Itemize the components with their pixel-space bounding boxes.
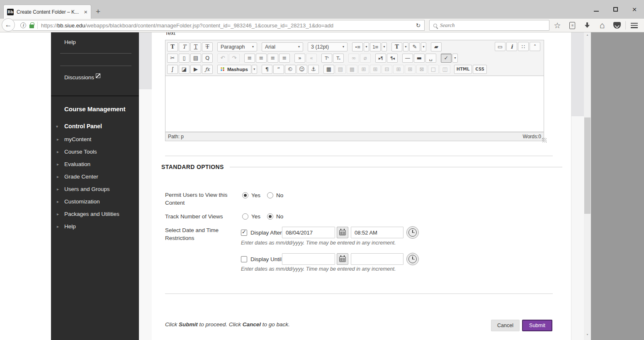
find-button[interactable]: Q	[202, 54, 213, 63]
font-size-select[interactable]: 3 (12pt)▾	[308, 42, 348, 51]
minimize-button[interactable]	[587, 0, 606, 19]
sidebar-item-users-and-groups[interactable]: ▸ Users and Groups	[51, 183, 139, 195]
nonbreaking-space-button[interactable]: ␣	[425, 54, 436, 63]
spellcheck-menu-button[interactable]: ▾	[452, 54, 458, 63]
css-source-button[interactable]: CSS	[473, 65, 486, 74]
anchor-button[interactable]: ⚓	[308, 65, 319, 74]
insert-link-button[interactable]: ∞	[348, 54, 359, 63]
editor-content-area[interactable]	[165, 76, 544, 132]
insert-video-button[interactable]: ▶	[190, 65, 201, 74]
sidebar-item-evaluation[interactable]: ▸ Evaluation	[51, 158, 139, 170]
browser-tab[interactable]: Bb Create Content Folder – K... ×	[3, 5, 91, 19]
outdent-button[interactable]: «	[306, 54, 317, 63]
cut-button[interactable]: ✂	[167, 54, 178, 63]
horizontal-rule-button[interactable]: —	[402, 54, 413, 63]
delete-column-button[interactable]: ⊠	[416, 65, 427, 74]
display-after-clock-button[interactable]	[406, 226, 419, 239]
mashups-menu-button[interactable]: ▾	[252, 65, 257, 74]
math-editor-button[interactable]: ƒx	[202, 65, 213, 74]
sidebar-item-help-top[interactable]: Help	[64, 39, 76, 45]
reload-button[interactable]: ↻	[412, 20, 425, 31]
numbered-list-menu-button[interactable]: ▾	[382, 42, 387, 51]
page-scrollbar[interactable]: ˄ ˅	[584, 32, 591, 340]
sidebar-item-mycontent[interactable]: ▸ myContent	[51, 133, 139, 145]
underline-button[interactable]: T	[190, 42, 201, 51]
fullscreen-button[interactable]: ∷	[518, 42, 529, 51]
emoticon-button[interactable]: ☺	[296, 65, 307, 74]
paragraph-mark-button[interactable]: ¶	[262, 65, 272, 74]
tab-close-icon[interactable]: ×	[84, 8, 87, 15]
display-after-date-input[interactable]	[282, 227, 335, 238]
attach-file-button[interactable]: ∫	[167, 65, 178, 74]
undo-button[interactable]: ↶	[217, 54, 228, 63]
display-until-calendar-button[interactable]	[337, 253, 348, 265]
paragraph-format-select[interactable]: Paragraph▾	[217, 42, 257, 51]
align-right-button[interactable]: ≡	[267, 54, 278, 63]
url-text[interactable]: https://bb.siue.edu/webapps/blackboard/c…	[41, 22, 333, 29]
permit-yes-radio[interactable]	[242, 192, 248, 198]
insert-column-left-button[interactable]: ⊞	[393, 65, 404, 74]
copyright-button[interactable]: ©	[285, 65, 296, 74]
https-lock-icon[interactable]	[29, 24, 34, 28]
superscript-button[interactable]: Tˣ	[321, 54, 332, 63]
mashups-button[interactable]: Mashups	[217, 65, 251, 74]
numbered-list-button[interactable]: 1≡	[370, 42, 381, 51]
home-icon[interactable]: ⌂	[595, 19, 610, 32]
search-input[interactable]: Search	[429, 20, 549, 31]
insert-table-button[interactable]: ▦	[323, 65, 334, 74]
sidebar-item-packages-and-utilities[interactable]: ▸ Packages and Utilities	[51, 208, 139, 220]
strikethrough-button[interactable]: T	[202, 42, 213, 51]
display-until-checkbox[interactable]	[241, 256, 247, 262]
delete-row-button[interactable]: ⊟	[382, 65, 392, 74]
rtl-paragraph-button[interactable]: ¶◂	[387, 54, 398, 63]
sidebar-item-customization[interactable]: ▸ Customization	[51, 195, 139, 208]
collapse-toolbar-button[interactable]: ˄	[530, 42, 540, 51]
text-color-menu-button[interactable]: ▾	[403, 42, 408, 51]
sidebar-item-grade-center[interactable]: ▸ Grade Center	[51, 170, 139, 183]
scrollbar-thumb[interactable]	[584, 117, 591, 214]
cancel-button[interactable]: Cancel	[491, 320, 520, 331]
submit-button[interactable]: Submit	[522, 320, 552, 331]
track-yes-radio[interactable]	[242, 213, 248, 220]
merge-cells-button[interactable]: □	[428, 65, 439, 74]
sidebar-item-help[interactable]: ▸ Help	[51, 220, 139, 232]
insert-column-right-button[interactable]: ⊞	[405, 65, 416, 74]
display-until-clock-button[interactable]	[406, 253, 419, 265]
html-source-button[interactable]: HTML	[454, 65, 472, 74]
table-properties-button[interactable]: ▤	[335, 65, 346, 74]
redo-button[interactable]: ↷	[229, 54, 240, 63]
italic-button[interactable]: T	[179, 42, 190, 51]
remove-link-button[interactable]: ⌀	[360, 54, 371, 63]
blockquote-button[interactable]: “	[273, 65, 284, 74]
subscript-button[interactable]: Tₓ	[333, 54, 344, 63]
display-after-time-input[interactable]	[351, 227, 403, 238]
scroll-up-icon[interactable]: ˄	[584, 33, 591, 40]
sidebar-item-course-tools[interactable]: ▸ Course Tools	[51, 145, 139, 158]
align-left-button[interactable]: ≡	[244, 54, 255, 63]
new-tab-button[interactable]: +	[96, 7, 100, 16]
text-color-button[interactable]: T	[391, 42, 402, 51]
scroll-down-icon[interactable]: ˅	[584, 333, 591, 339]
copy-button[interactable]: ▯	[179, 54, 190, 63]
indent-button[interactable]: »	[294, 54, 305, 63]
window-close-button[interactable]: ×	[625, 0, 644, 19]
highlight-color-menu-button[interactable]: ▾	[421, 42, 426, 51]
align-justify-button[interactable]: ≡	[279, 54, 290, 63]
maximize-button[interactable]	[606, 0, 625, 19]
preview-button[interactable]: ▭	[495, 42, 505, 51]
sidebar-item-discussions[interactable]: Discussions	[64, 74, 100, 81]
bullet-list-menu-button[interactable]: ▾	[364, 42, 369, 51]
chevron-down-icon[interactable]: ▾	[56, 124, 58, 129]
cell-properties-button[interactable]: ▩	[347, 65, 357, 74]
ltr-paragraph-button[interactable]: ▸¶	[375, 54, 386, 63]
back-button[interactable]: ←	[2, 18, 15, 32]
bullet-list-button[interactable]: •≡	[352, 42, 363, 51]
clear-formatting-button[interactable]: ▰	[431, 42, 442, 51]
thick-rule-button[interactable]: ▬	[414, 54, 425, 63]
menu-icon[interactable]	[627, 19, 642, 32]
display-until-date-input[interactable]	[282, 253, 335, 265]
track-no-radio[interactable]	[267, 213, 273, 220]
sidebar-item-control-panel[interactable]: Control Panel	[64, 123, 102, 130]
page-info-icon[interactable]: i	[20, 22, 26, 28]
display-until-time-input[interactable]	[351, 253, 403, 265]
